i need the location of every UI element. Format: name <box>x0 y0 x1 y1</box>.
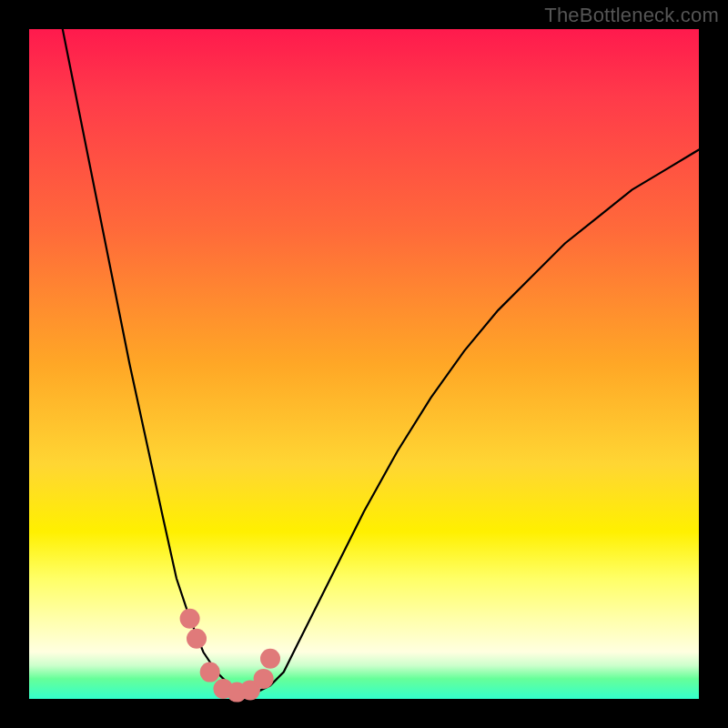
chart-frame: TheBottleneck.com <box>0 0 728 728</box>
bottleneck-curve <box>63 29 699 693</box>
plot-area <box>29 29 699 699</box>
marker-point <box>200 662 220 682</box>
marker-point <box>260 649 280 669</box>
watermark-text: TheBottleneck.com <box>544 4 719 27</box>
marker-point <box>254 669 274 689</box>
marker-group <box>180 609 280 703</box>
marker-point <box>180 609 200 629</box>
marker-point <box>187 629 207 649</box>
curve-layer <box>29 29 699 699</box>
